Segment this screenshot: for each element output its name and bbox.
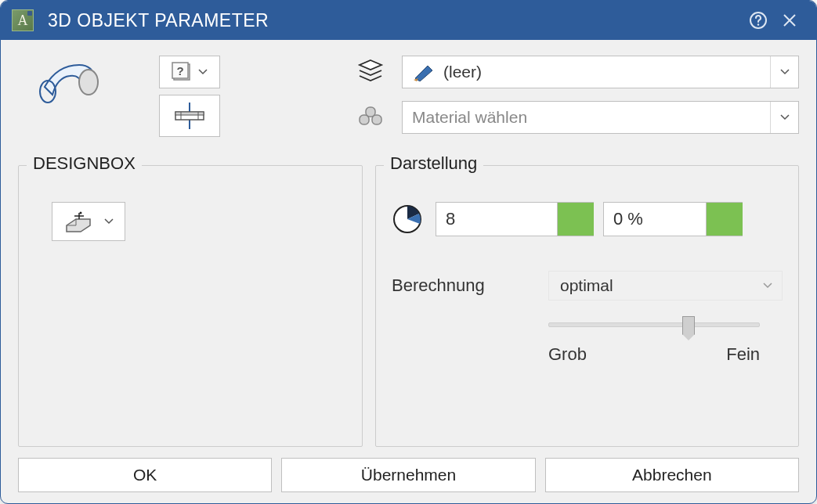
- berechnung-value: optimal: [560, 276, 613, 295]
- app-icon: A: [12, 9, 34, 31]
- titlebar: A 3D OBJEKT PARAMETER: [1, 1, 816, 40]
- berechnung-label: Berechnung: [392, 275, 533, 296]
- berechnung-dropdown[interactable]: optimal: [548, 271, 783, 301]
- dialog-window: A 3D OBJEKT PARAMETER: [0, 0, 817, 504]
- ok-button[interactable]: OK: [18, 458, 272, 492]
- window-title: 3D OBJEKT PARAMETER: [48, 10, 743, 31]
- section-beam-icon: [171, 103, 208, 129]
- anchor-3d-icon: [63, 210, 98, 233]
- layer-dropdown[interactable]: (leer): [402, 56, 799, 88]
- material-row: Material wählen: [355, 101, 799, 134]
- slider-thumb[interactable]: [682, 316, 695, 335]
- chevron-down-icon: [198, 69, 208, 75]
- chevron-down-icon: [104, 218, 114, 225]
- layers-icon-wrap: [355, 59, 386, 85]
- layer-column: (leer): [253, 56, 799, 134]
- value2-group: 0 %: [603, 202, 743, 236]
- material-icon-wrap: [355, 104, 386, 131]
- slider-label-left: Grob: [548, 344, 587, 365]
- slider-label-right: Fein: [726, 344, 760, 365]
- dialog-body: ?: [1, 40, 816, 503]
- svg-rect-9: [175, 112, 204, 115]
- panels-row: DESIGNBOX Darstellung: [18, 165, 799, 447]
- value1-indicator[interactable]: [558, 202, 594, 236]
- close-button[interactable]: [774, 5, 805, 36]
- top-row: ?: [18, 56, 799, 157]
- svg-text:?: ?: [176, 64, 183, 77]
- material-dropdown-arrow: [770, 102, 798, 133]
- svg-rect-13: [360, 115, 369, 124]
- material-plus-icon: [356, 104, 385, 131]
- brush-icon: [412, 63, 436, 81]
- cancel-button[interactable]: Abbrechen: [545, 458, 799, 492]
- material-placeholder: Material wählen: [403, 108, 770, 127]
- layers-icon: [356, 59, 385, 85]
- section-tool-button[interactable]: [159, 95, 220, 137]
- object-icon-column: [18, 56, 159, 107]
- svg-point-1: [757, 23, 759, 25]
- help-icon: [749, 11, 768, 30]
- apply-button[interactable]: Übernehmen: [281, 458, 535, 492]
- button-row: OK Übernehmen Abbrechen: [18, 458, 799, 492]
- quality-slider[interactable]: [548, 322, 760, 327]
- svg-point-2: [79, 70, 98, 95]
- layer-dropdown-arrow: [770, 56, 798, 88]
- chevron-down-icon: [780, 69, 790, 75]
- slider-labels: Grob Fein: [548, 344, 760, 365]
- close-icon: [783, 13, 797, 27]
- berechnung-row: Berechnung optimal: [392, 271, 783, 301]
- darstellung-title: Darstellung: [384, 153, 483, 174]
- chevron-down-icon: [763, 283, 772, 289]
- tool-column: ?: [159, 56, 253, 137]
- darstellung-value-row: 8 0 %: [392, 202, 783, 236]
- value2-indicator[interactable]: [707, 202, 743, 236]
- layer-value: (leer): [443, 63, 482, 81]
- slider-wrap: Grob Fein: [548, 322, 783, 365]
- material-dropdown[interactable]: Material wählen: [402, 101, 799, 134]
- darstellung-panel: Darstellung 8 0 %: [375, 165, 799, 447]
- value1-input[interactable]: 8: [436, 202, 558, 236]
- designbox-panel: DESIGNBOX: [18, 165, 363, 447]
- svg-rect-14: [372, 115, 381, 124]
- help-button[interactable]: [743, 5, 774, 36]
- book-question-icon: ?: [172, 62, 193, 82]
- object-3d-pipe-icon: [38, 60, 106, 107]
- designbox-button[interactable]: [52, 202, 125, 241]
- chevron-down-icon: [780, 114, 790, 121]
- value1-group: 8: [436, 202, 594, 236]
- layer-row: (leer): [355, 56, 799, 88]
- pie-slice-icon: [392, 203, 423, 235]
- layer-dropdown-content: (leer): [403, 63, 770, 81]
- help-tool-button[interactable]: ?: [159, 56, 220, 88]
- svg-point-17: [80, 212, 82, 214]
- value2-input[interactable]: 0 %: [603, 202, 707, 236]
- designbox-title: DESIGNBOX: [27, 153, 142, 174]
